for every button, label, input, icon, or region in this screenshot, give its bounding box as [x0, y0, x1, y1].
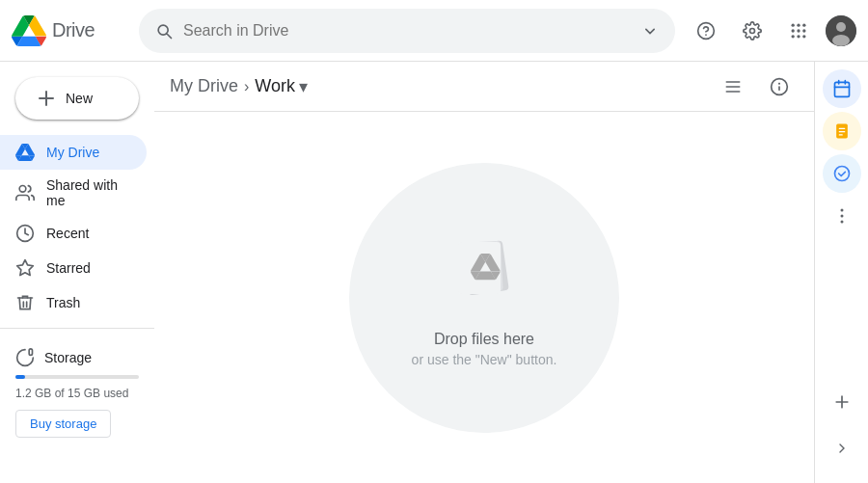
sidebar-item-shared[interactable]: Shared with me	[0, 170, 147, 216]
drop-zone: Drop files here or use the "New" button.	[154, 112, 814, 483]
sidebar-divider	[0, 328, 154, 329]
storage-used-text: 1.2 GB of 15 GB used	[15, 387, 139, 400]
more-dots-icon	[840, 208, 844, 224]
sidebar-item-starred[interactable]: Starred	[0, 251, 147, 285]
my-drive-icon	[15, 143, 35, 162]
search-dropdown-icon[interactable]	[640, 21, 660, 40]
info-button[interactable]	[760, 67, 799, 106]
help-button[interactable]	[687, 12, 725, 50]
storage-bar-fill	[15, 375, 25, 379]
svg-point-34	[840, 221, 843, 224]
breadcrumb-current-label: Work	[255, 76, 295, 96]
svg-point-4	[802, 23, 805, 26]
sidebar-item-starred-label: Starred	[46, 260, 91, 276]
svg-point-3	[797, 23, 800, 26]
right-panel-more-button[interactable]	[823, 197, 861, 235]
settings-button[interactable]	[733, 12, 772, 50]
svg-point-33	[840, 215, 843, 218]
svg-point-14	[19, 186, 26, 193]
svg-point-31	[834, 167, 849, 181]
logo-area: Drive	[12, 13, 127, 48]
add-icon	[832, 392, 852, 412]
sidebar: New My Drive	[0, 62, 154, 483]
drop-circle: Drop files here or use the "New" button.	[349, 163, 619, 433]
breadcrumb-current[interactable]: Work ▾	[255, 76, 308, 97]
new-button-label: New	[66, 91, 93, 106]
svg-point-6	[797, 29, 800, 32]
breadcrumb-root[interactable]: My Drive	[170, 76, 238, 96]
breadcrumb: My Drive › Work ▾	[170, 76, 308, 97]
storage-title: Storage	[44, 350, 92, 365]
recent-icon	[15, 224, 35, 243]
new-plus-icon	[35, 87, 58, 110]
sidebar-item-trash[interactable]: Trash	[0, 285, 147, 320]
svg-point-10	[802, 35, 805, 38]
notes-icon	[832, 121, 852, 141]
svg-point-22	[778, 82, 780, 84]
svg-point-2	[792, 23, 795, 26]
right-panel-expand-button[interactable]	[823, 429, 861, 468]
shared-icon	[15, 183, 35, 202]
svg-point-9	[797, 35, 800, 38]
svg-point-32	[840, 209, 843, 212]
sidebar-item-recent[interactable]: Recent	[0, 216, 147, 251]
search-bar[interactable]	[139, 9, 675, 53]
app-name: Drive	[52, 19, 95, 41]
content-header-right	[714, 67, 799, 106]
breadcrumb-chevron-icon: ▾	[299, 76, 308, 97]
svg-rect-28	[838, 128, 845, 129]
storage-label: Storage	[15, 348, 139, 367]
svg-point-1	[705, 34, 707, 36]
svg-rect-30	[838, 134, 842, 135]
content-area: My Drive › Work ▾	[154, 62, 814, 483]
drop-files-icon	[441, 228, 528, 315]
avatar[interactable]	[826, 15, 856, 46]
drop-text-main: Drop files here	[412, 331, 557, 348]
search-icon	[154, 21, 174, 40]
content-header: My Drive › Work ▾	[154, 62, 814, 112]
drop-text-sub: or use the "New" button.	[412, 352, 557, 367]
storage-bar	[15, 375, 139, 379]
drop-icon-area	[441, 228, 528, 315]
storage-icon	[15, 348, 35, 367]
drive-logo-icon	[12, 13, 46, 48]
tasks-icon	[832, 164, 852, 183]
sidebar-item-trash-label: Trash	[46, 295, 80, 310]
expand-icon	[834, 441, 850, 456]
svg-point-5	[792, 29, 795, 32]
right-panel-calendar-button[interactable]	[823, 69, 861, 108]
svg-point-12	[836, 22, 846, 32]
sidebar-item-my-drive-label: My Drive	[46, 145, 99, 160]
svg-point-8	[792, 35, 795, 38]
storage-section: Storage 1.2 GB of 15 GB used Buy storage	[0, 340, 154, 445]
right-panel	[814, 62, 868, 483]
sidebar-item-shared-label: Shared with me	[46, 177, 131, 208]
right-panel-notes-button[interactable]	[823, 112, 861, 150]
breadcrumb-separator: ›	[244, 78, 249, 95]
drop-text: Drop files here or use the "New" button.	[412, 331, 557, 367]
right-panel-add-button[interactable]	[823, 383, 861, 421]
svg-rect-18	[726, 91, 741, 93]
svg-rect-16	[726, 81, 741, 83]
svg-rect-17	[726, 86, 741, 88]
starred-icon	[15, 258, 35, 278]
svg-point-7	[802, 29, 805, 32]
apps-button[interactable]	[779, 12, 818, 50]
main-body: New My Drive	[0, 62, 868, 483]
svg-rect-26	[834, 82, 849, 96]
topbar-right	[687, 12, 856, 50]
sidebar-item-my-drive[interactable]: My Drive	[0, 135, 147, 170]
search-input[interactable]	[183, 22, 631, 40]
calendar-icon	[832, 79, 852, 98]
buy-storage-button[interactable]: Buy storage	[15, 410, 111, 438]
new-button[interactable]: New	[15, 77, 139, 120]
list-view-button[interactable]	[714, 67, 752, 106]
right-panel-tasks-button[interactable]	[823, 154, 861, 193]
sidebar-item-recent-label: Recent	[46, 226, 89, 241]
svg-point-13	[832, 35, 850, 46]
svg-rect-29	[838, 131, 845, 132]
trash-icon	[15, 293, 35, 312]
topbar: Drive	[0, 0, 868, 62]
